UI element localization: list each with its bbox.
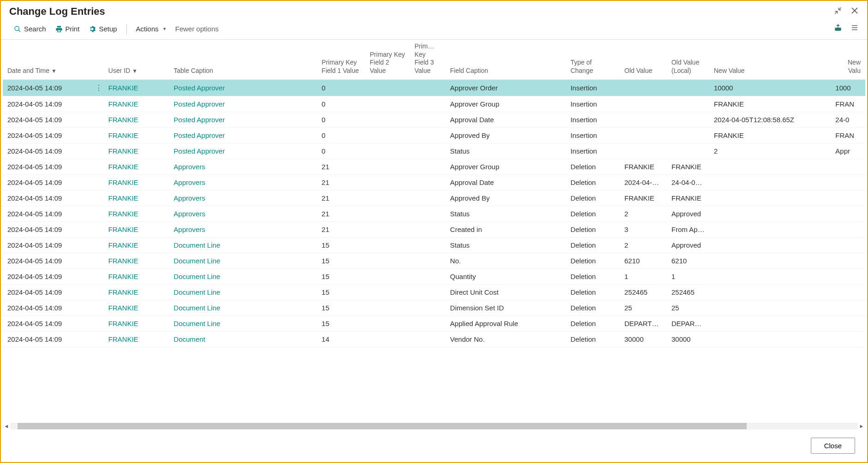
row-menu-cell[interactable] — [90, 285, 104, 300]
cell-userid[interactable]: FRANKIE — [104, 237, 169, 253]
cell-tcaption[interactable]: Document — [169, 332, 317, 347]
table-row[interactable]: 2024-04-05 14:09FRANKIEPosted Approver0A… — [3, 128, 865, 143]
row-menu-cell[interactable] — [90, 316, 104, 332]
col-nv[interactable]: New Value — [709, 40, 831, 80]
table-row[interactable]: 2024-04-05 14:09FRANKIEApprovers21Approv… — [3, 175, 865, 190]
table-row[interactable]: 2024-04-05 14:09FRANKIEDocument Line15No… — [3, 253, 865, 269]
cell-userid[interactable]: FRANKIE — [104, 128, 169, 143]
setup-button[interactable]: Setup — [84, 23, 121, 35]
cell-userid[interactable]: FRANKIE — [104, 96, 169, 112]
actions-menu[interactable]: Actions ▾ — [131, 23, 171, 35]
table-row[interactable]: 2024-04-05 14:09FRANKIEDocument Line15Di… — [3, 300, 865, 316]
table-row[interactable]: 2024-04-05 14:09FRANKIEApprovers21Status… — [3, 206, 865, 222]
cell-tcaption[interactable]: Approvers — [169, 222, 317, 237]
table-row[interactable]: 2024-04-05 14:09FRANKIEDocument14Vendor … — [3, 332, 865, 347]
cell-userid[interactable]: FRANKIE — [104, 175, 169, 190]
cell-tcaption[interactable]: Posted Approver — [169, 96, 317, 112]
cell-userid[interactable]: FRANKIE — [104, 253, 169, 269]
row-menu-cell[interactable] — [90, 96, 104, 112]
cell-userid[interactable]: FRANKIE — [104, 80, 169, 96]
row-menu-cell[interactable] — [90, 206, 104, 222]
cell-tcaption[interactable]: Document Line — [169, 316, 317, 332]
row-menu-cell[interactable] — [90, 128, 104, 143]
scroll-right-arrow[interactable]: ► — [858, 423, 865, 429]
table-row[interactable]: 2024-04-05 14:09FRANKIEDocument Line15Qu… — [3, 269, 865, 285]
horizontal-scrollbar[interactable]: ◄ ► — [3, 422, 865, 430]
cell-tcaption[interactable]: Approvers — [169, 159, 317, 175]
col-fcaption[interactable]: Field Caption — [446, 40, 566, 80]
cell-userid[interactable]: FRANKIE — [104, 332, 169, 347]
col-tcaption[interactable]: Table Caption — [169, 40, 317, 80]
row-menu-cell[interactable] — [90, 112, 104, 128]
col-ov[interactable]: Old Value — [620, 40, 667, 80]
cell-userid[interactable]: FRANKIE — [104, 285, 169, 300]
row-menu-cell[interactable] — [90, 332, 104, 347]
fewer-options-button[interactable]: Fewer options — [171, 23, 223, 35]
share-icon[interactable] — [834, 24, 842, 34]
row-menu-cell[interactable] — [90, 300, 104, 316]
row-menu-cell[interactable] — [90, 175, 104, 190]
print-button[interactable]: Print — [51, 23, 84, 35]
cell-userid[interactable]: FRANKIE — [104, 222, 169, 237]
cell-tcaption[interactable]: Document Line — [169, 285, 317, 300]
row-menu-cell[interactable] — [90, 253, 104, 269]
close-icon[interactable] — [850, 6, 859, 17]
cell-userid[interactable]: FRANKIE — [104, 316, 169, 332]
table-row[interactable]: 2024-04-05 14:09FRANKIEPosted Approver0S… — [3, 143, 865, 159]
cell-tcaption[interactable]: Approvers — [169, 190, 317, 206]
filter-icon[interactable]: ▼ — [132, 68, 137, 74]
scroll-left-arrow[interactable]: ◄ — [3, 423, 10, 429]
col-datetime[interactable]: Date and Time▼ — [3, 40, 90, 80]
grid-container[interactable]: Date and Time▼ User ID▼ Table Caption Pr… — [3, 40, 865, 422]
row-menu-cell[interactable]: ⋮ — [90, 80, 104, 96]
cell-userid[interactable]: FRANKIE — [104, 112, 169, 128]
col-toc[interactable]: Type of Change — [566, 40, 620, 80]
cell-userid[interactable]: FRANKIE — [104, 206, 169, 222]
table-row[interactable]: 2024-04-05 14:09FRANKIEDocument Line15St… — [3, 237, 865, 253]
scroll-thumb[interactable] — [18, 423, 747, 429]
kebab-icon[interactable]: ⋮ — [95, 83, 103, 92]
col-pk1[interactable]: Primary Key Field 1 Value — [317, 40, 365, 80]
cell-tcaption[interactable]: Approvers — [169, 175, 317, 190]
table-row[interactable]: 2024-04-05 14:09FRANKIEDocument Line15Di… — [3, 285, 865, 300]
cell-tcaption[interactable]: Posted Approver — [169, 80, 317, 96]
table-row[interactable]: 2024-04-05 14:09FRANKIEDocument Line15Ap… — [3, 316, 865, 332]
collapse-icon[interactable] — [834, 6, 842, 17]
filter-icon[interactable]: ▼ — [51, 68, 57, 74]
table-row[interactable]: 2024-04-05 14:09FRANKIEPosted Approver0A… — [3, 96, 865, 112]
col-pk3[interactable]: Prim… Key Field 3 Value — [410, 40, 446, 80]
col-userid[interactable]: User ID▼ — [104, 40, 169, 80]
cell-tcaption[interactable]: Approvers — [169, 206, 317, 222]
row-menu-cell[interactable] — [90, 222, 104, 237]
cell-tcaption[interactable]: Posted Approver — [169, 112, 317, 128]
cell-tcaption[interactable]: Document Line — [169, 237, 317, 253]
col-pk2[interactable]: Primary Key Field 2 Value — [365, 40, 410, 80]
col-ovl[interactable]: Old Value (Local) — [667, 40, 709, 80]
table-row[interactable]: 2024-04-05 14:09FRANKIEApprovers21Approv… — [3, 190, 865, 206]
search-button[interactable]: Search — [9, 23, 51, 35]
row-menu-cell[interactable] — [90, 159, 104, 175]
row-menu-cell[interactable] — [90, 237, 104, 253]
cell-tcaption[interactable]: Document Line — [169, 253, 317, 269]
scroll-track[interactable] — [10, 423, 858, 429]
cell-tcaption[interactable]: Posted Approver — [169, 143, 317, 159]
cell-userid[interactable]: FRANKIE — [104, 190, 169, 206]
table-row[interactable]: 2024-04-05 14:09FRANKIEPosted Approver0A… — [3, 112, 865, 128]
col-nvl[interactable]: New Valu — [831, 40, 865, 80]
cell-userid[interactable]: FRANKIE — [104, 300, 169, 316]
cell-ovl: DEPART… — [667, 316, 709, 332]
cell-userid[interactable]: FRANKIE — [104, 143, 169, 159]
row-menu-cell[interactable] — [90, 190, 104, 206]
table-row[interactable]: 2024-04-05 14:09FRANKIEApprovers21Create… — [3, 222, 865, 237]
cell-tcaption[interactable]: Posted Approver — [169, 128, 317, 143]
cell-tcaption[interactable]: Document Line — [169, 269, 317, 285]
list-view-icon[interactable] — [850, 24, 859, 34]
cell-userid[interactable]: FRANKIE — [104, 269, 169, 285]
cell-userid[interactable]: FRANKIE — [104, 159, 169, 175]
row-menu-cell[interactable] — [90, 269, 104, 285]
close-button[interactable]: Close — [811, 438, 855, 454]
table-row[interactable]: 2024-04-05 14:09⋮FRANKIEPosted Approver0… — [3, 80, 865, 96]
row-menu-cell[interactable] — [90, 143, 104, 159]
table-row[interactable]: 2024-04-05 14:09FRANKIEApprovers21Approv… — [3, 159, 865, 175]
cell-tcaption[interactable]: Document Line — [169, 300, 317, 316]
